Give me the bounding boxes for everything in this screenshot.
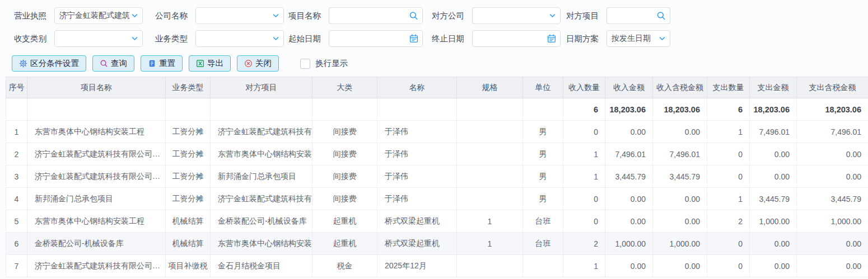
table-cell [457, 255, 523, 277]
reset-button[interactable]: 重置 [141, 55, 183, 72]
counterparty-company-select[interactable] [472, 7, 561, 24]
results-table: 序号项目名称业务类型对方项目大类名称规格单位收入数量收入金额收入含税金额支出数量… [6, 77, 868, 277]
start-date-input[interactable] [329, 30, 423, 47]
column-header[interactable]: 收入含税金额 [653, 77, 707, 98]
column-header[interactable]: 支出金额 [750, 77, 797, 98]
column-header[interactable]: 收入金额 [605, 77, 653, 98]
filter-label: 起始日期 [288, 34, 324, 44]
summary-row: 618,203.0618,203.06618,203.0618,203.06 [6, 98, 868, 121]
table-row[interactable]: 5东营市奥体中心钢结构安装工程机械结算金桥装配公司-机械设备库起重机桥式双梁起重… [6, 210, 868, 233]
table-row[interactable]: 3济宁金虹装配式建筑科技有限公司…工资分摊新邦涌金门总承包项目间接费于泽伟男13… [6, 165, 868, 188]
table-row[interactable]: 7济宁金虹装配式建筑科技有限公司…项目补缴税金石月结税金项目税金2025年12月… [6, 255, 868, 277]
table-cell [457, 165, 523, 188]
table-cell: 0.00 [605, 255, 653, 277]
table-cell: 间接费 [312, 143, 377, 165]
table-cell: 0.00 [750, 165, 797, 188]
column-header[interactable]: 规格 [457, 77, 523, 98]
table-cell: 1 [563, 143, 605, 165]
table-cell: 0.00 [797, 143, 868, 165]
table-cell: 工资分摊 [166, 121, 211, 143]
table-cell: 起重机 [312, 233, 377, 255]
income-expense-category-select[interactable] [54, 30, 143, 47]
table-cell: 1 [707, 188, 750, 210]
excel-icon [196, 59, 204, 68]
table-cell: 1,000.00 [653, 233, 707, 255]
table-cell: 6 [707, 98, 750, 121]
date-scheme-select[interactable]: 按发生日期 [606, 30, 670, 47]
filter-label: 对方项目 [566, 11, 602, 21]
button-label: 查询 [111, 58, 127, 69]
table-cell: 0.00 [750, 233, 797, 255]
column-header[interactable]: 单位 [523, 77, 563, 98]
toolbar: 区分条件设置 查询 重置 导出 关闭 [12, 55, 348, 72]
business-type-select[interactable] [195, 30, 284, 47]
table-cell: 0 [707, 255, 750, 277]
table-cell: 0 [707, 143, 750, 165]
table-cell: 0.00 [653, 188, 707, 210]
table-row[interactable]: 4新邦涌金门总承包项目工资分摊济宁金虹装配式建筑科技有间接费于泽伟男00.000… [6, 188, 868, 210]
table-cell: 0.00 [605, 210, 653, 233]
close-button[interactable]: 关闭 [237, 55, 279, 72]
table-cell: 2 [563, 233, 605, 255]
table-cell: 18,203.06 [605, 98, 653, 121]
column-header[interactable]: 名称 [377, 77, 457, 98]
column-header[interactable]: 大类 [312, 77, 377, 98]
project-name-input[interactable] [329, 7, 423, 24]
table-cell [166, 98, 211, 121]
table-cell: 7,496.01 [653, 143, 707, 165]
table-body: 618,203.0618,203.06618,203.0618,203.061东… [6, 98, 868, 277]
table-cell: 间接费 [312, 121, 377, 143]
table-row[interactable]: 6金桥装配公司-机械设备库机械结算东营市奥体中心钢结构安装起重机桥式双梁起重机1… [6, 233, 868, 255]
table-cell: 6 [6, 233, 27, 255]
table-cell: 桥式双梁起重机 [377, 210, 457, 233]
column-header[interactable]: 支出数量 [707, 77, 750, 98]
column-header[interactable]: 支出含税金额 [797, 77, 868, 98]
counterparty-project-input[interactable] [606, 7, 670, 24]
chevron-down-icon [272, 35, 279, 42]
filter-project-name: 项目名称 [288, 7, 423, 24]
table-cell: 0.00 [750, 143, 797, 165]
query-button[interactable]: 查询 [92, 55, 134, 72]
distinguish-condition-settings-button[interactable]: 区分条件设置 [12, 55, 86, 72]
table-cell: 2 [707, 210, 750, 233]
table-cell: 于泽伟 [377, 165, 457, 188]
table-cell: 济宁金虹装配式建筑科技有限公司… [27, 143, 166, 165]
chevron-down-icon [131, 12, 138, 20]
table-row[interactable]: 1东营市奥体中心钢结构安装工程工资分摊济宁金虹装配式建筑科技有间接费于泽伟男00… [6, 121, 868, 143]
table-cell: 新邦涌金门总承包项目 [27, 188, 166, 210]
column-header[interactable]: 业务类型 [166, 77, 211, 98]
column-header[interactable]: 收入数量 [563, 77, 605, 98]
table-cell: 工资分摊 [166, 143, 211, 165]
table-cell: 1 [457, 233, 523, 255]
table-cell: 济宁金虹装配式建筑科技有限公司… [27, 165, 166, 188]
business-license-select[interactable]: 济宁金虹装配式建筑 [54, 7, 143, 24]
export-button[interactable]: 导出 [189, 55, 231, 72]
table-cell: 1 [707, 121, 750, 143]
table-cell: 18,203.06 [750, 98, 797, 121]
table-cell: 于泽伟 [377, 121, 457, 143]
table-cell: 0.00 [797, 165, 868, 188]
end-date-input[interactable] [472, 30, 561, 47]
table-cell [457, 98, 523, 121]
table-cell: 7,496.01 [797, 121, 868, 143]
search-icon [100, 59, 108, 68]
table-row[interactable]: 2济宁金虹装配式建筑科技有限公司…工资分摊东营市奥体中心钢结构安装间接费于泽伟男… [6, 143, 868, 165]
table-cell: 东营市奥体中心钢结构安装 [211, 233, 312, 255]
company-name-select[interactable] [195, 7, 284, 24]
table-cell: 济宁金虹装配式建筑科技有限公司… [27, 255, 166, 277]
column-header[interactable]: 对方项目 [211, 77, 312, 98]
column-header[interactable]: 序号 [6, 77, 27, 98]
table-header-row: 序号项目名称业务类型对方项目大类名称规格单位收入数量收入金额收入含税金额支出数量… [6, 77, 868, 98]
filter-start-date: 起始日期 [288, 30, 423, 47]
table-cell: 台班 [523, 233, 563, 255]
close-circle-icon [244, 59, 253, 68]
table-cell: 3,445.79 [653, 165, 707, 188]
chevron-down-icon [272, 12, 279, 20]
table-cell [457, 143, 523, 165]
table-cell: 0 [563, 210, 605, 233]
chevron-down-icon [549, 12, 556, 20]
wrap-display-checkbox[interactable] [300, 59, 310, 69]
table-cell: 0 [563, 121, 605, 143]
table-cell: 东营市奥体中心钢结构安装 [211, 143, 312, 165]
column-header[interactable]: 项目名称 [27, 77, 166, 98]
